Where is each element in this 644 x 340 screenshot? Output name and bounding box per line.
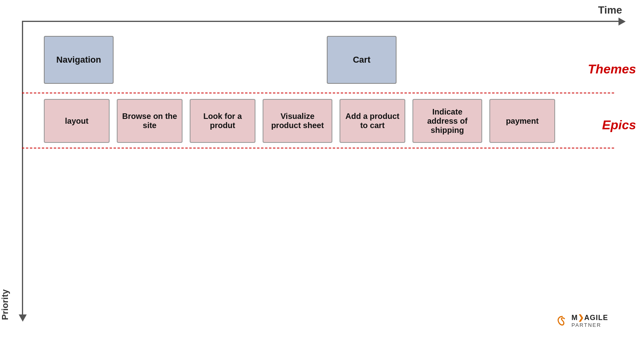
epic-card-browse[interactable]: Browse on the site [117,99,183,143]
epic-card-add-product[interactable]: Add a product to cart [340,99,405,143]
priority-axis [22,21,23,316]
epic-card-address[interactable]: Indicate address of shipping [412,99,482,143]
logo-subtext: PARTNER [571,322,608,328]
time-axis [22,21,620,22]
logo-icon [555,314,569,328]
themes-row-label: Themes [588,62,636,77]
priority-label: Priority [0,289,10,320]
epic-card-visualize[interactable]: Visualize product sheet [263,99,332,143]
epics-bottom-divider [22,148,614,148]
epic-card-payment[interactable]: payment [489,99,555,143]
theme-card-navigation[interactable]: Navigation [44,36,114,84]
logo: M❯AGILE PARTNER [555,313,608,328]
theme-card-cart[interactable]: Cart [327,36,397,84]
themes-epics-divider [22,93,614,93]
time-label: Time [598,4,622,16]
epic-card-layout[interactable]: layout [44,99,110,143]
epic-card-look-for[interactable]: Look for a produt [190,99,255,143]
epics-row-label: Epics [602,118,636,132]
logo-text: M❯AGILE [571,313,608,322]
